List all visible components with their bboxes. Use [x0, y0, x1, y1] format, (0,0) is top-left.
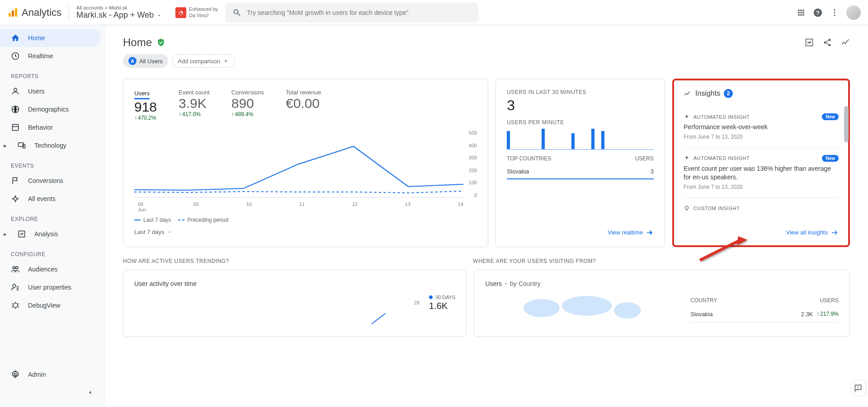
nav-realtime[interactable]: Realtime: [0, 47, 101, 65]
account-path: All accounts > Marki.sk: [76, 5, 168, 10]
feedback-icon: [854, 384, 863, 393]
svg-point-15: [13, 267, 15, 269]
nav-behavior[interactable]: Behavior: [0, 118, 101, 136]
metric-event-count[interactable]: Event count 3.9K ↑417.0%: [179, 89, 210, 121]
arrow-right-icon: [830, 229, 839, 237]
users-per-minute-chart: [507, 127, 654, 150]
nav-technology[interactable]: ▸ Technology: [0, 136, 101, 154]
section-header: HOW ARE ACTIVE USERS TRENDING?: [123, 258, 466, 264]
user-activity-card: User activity over time 2K 30 DAYS 1.6K: [123, 270, 467, 337]
caret-down-icon: [156, 13, 162, 18]
world-map: [485, 295, 679, 322]
nav-home[interactable]: Home: [0, 29, 101, 47]
svg-point-33: [858, 388, 859, 389]
insights-spark-icon[interactable]: [841, 38, 850, 47]
topbar-actions: ?: [797, 5, 861, 20]
collapse-sidebar[interactable]: [0, 384, 104, 403]
user-avatar[interactable]: [846, 5, 861, 20]
verified-shield-icon: [156, 37, 165, 48]
nav-debugview[interactable]: DebugView: [0, 296, 101, 314]
flag-icon: [11, 176, 20, 185]
bulb-icon: [684, 205, 690, 211]
insights-count-badge: 2: [724, 89, 733, 98]
section-explore: EXPLORE: [0, 208, 104, 225]
section-events: EVENTS: [0, 154, 104, 172]
svg-text:?: ?: [816, 9, 820, 16]
insight-item[interactable]: AUTOMATED INSIGHT New Event count per us…: [684, 148, 839, 198]
brand-title: Analytics: [22, 7, 61, 19]
account-selector[interactable]: All accounts > Marki.sk Marki.sk - App +…: [69, 5, 168, 20]
sidebar: Home Realtime REPORTS Users Demographics…: [0, 25, 105, 407]
svg-point-22: [824, 42, 826, 44]
svg-marker-28: [737, 236, 747, 245]
nav-conversions[interactable]: Conversions: [0, 172, 101, 190]
spark-icon: [11, 194, 20, 203]
extension-badge[interactable]: ◔ Enhanced by Da Vinci!: [175, 6, 218, 18]
svg-point-16: [16, 267, 18, 269]
brand[interactable]: Analytics: [7, 7, 61, 19]
user-props-icon: [11, 283, 20, 292]
user-icon: [11, 87, 20, 96]
metric-conversions[interactable]: Conversions 890 ↑489.4%: [231, 89, 264, 121]
nav-all-events[interactable]: All events: [0, 190, 101, 208]
view-all-insights-link[interactable]: View all insights: [684, 221, 839, 237]
nav-users[interactable]: Users: [0, 82, 101, 100]
svg-rect-1: [12, 10, 14, 17]
nav-audiences[interactable]: Audiences: [0, 260, 101, 278]
svg-point-24: [848, 39, 849, 41]
scrollbar[interactable]: [844, 106, 849, 142]
search-input[interactable]: [247, 9, 471, 16]
help-icon[interactable]: ?: [813, 8, 823, 18]
share-icon[interactable]: [823, 38, 832, 47]
arrow-right-icon: [646, 229, 654, 237]
svg-point-23: [829, 44, 831, 46]
nav-admin[interactable]: Admin: [0, 365, 101, 384]
feedback-button[interactable]: [850, 380, 866, 396]
insight-item[interactable]: AUTOMATED INSIGHT New Performance week-o…: [684, 106, 839, 148]
behavior-icon: [11, 123, 20, 132]
line-chart-svg: [134, 130, 463, 198]
analytics-logo-icon: [7, 7, 18, 18]
caret-down-icon: [167, 230, 172, 234]
svg-line-27: [700, 240, 741, 260]
view-realtime-link[interactable]: View realtime: [507, 221, 654, 237]
chip-all-users[interactable]: A All Users: [123, 54, 168, 68]
insight-item[interactable]: CUSTOM INSIGHT: [684, 198, 839, 221]
metric-dropdown[interactable]: Users: [485, 280, 508, 287]
analysis-icon: [17, 229, 26, 239]
geo-card: Users by Country COUNTRYUSERS Slovakia 2…: [474, 270, 850, 337]
more-vert-icon[interactable]: [830, 8, 839, 17]
svg-point-19: [14, 374, 17, 376]
arrow-up-icon: ↑: [134, 115, 137, 121]
date-range-dropdown[interactable]: Last 7 days: [134, 229, 477, 235]
apps-icon[interactable]: [797, 8, 806, 17]
svg-point-31: [614, 302, 641, 318]
svg-point-7: [834, 14, 835, 16]
customize-icon[interactable]: [805, 38, 814, 47]
chevron-right-icon: ▸: [4, 230, 9, 238]
table-row[interactable]: Slovakia 2.3K↑217.9%: [690, 306, 839, 323]
device-icon: [17, 141, 26, 150]
chip-add-comparison[interactable]: Add comparison ＋: [172, 54, 235, 68]
nav-analysis[interactable]: ▸ Analysis: [0, 225, 101, 243]
svg-point-21: [829, 39, 831, 41]
chip-badge: A: [128, 57, 137, 65]
nav-user-properties[interactable]: User properties: [0, 278, 101, 296]
svg-point-26: [685, 206, 689, 209]
arrow-up-icon: ↑: [816, 311, 819, 317]
arrow-up-icon: ↑: [179, 111, 181, 117]
main-content: Home A All Users Add comparison ＋: [105, 25, 868, 407]
chevron-left-icon: [86, 389, 94, 396]
line-chart: 500 400 300 200 100 0 08 Jun 09: [134, 130, 477, 211]
new-badge: New: [822, 155, 839, 162]
metric-users[interactable]: Users 918 ↑470.2%: [134, 89, 157, 121]
new-badge: New: [822, 113, 839, 120]
home-icon: [11, 33, 20, 42]
bug-icon: [11, 301, 20, 310]
search-bar[interactable]: [225, 3, 478, 23]
nav-demographics[interactable]: Demographics: [0, 100, 101, 118]
svg-rect-11: [12, 124, 18, 130]
svg-point-29: [524, 299, 560, 317]
section-header: WHERE ARE YOUR USERS VISITING FROM?: [473, 258, 850, 264]
metric-revenue[interactable]: Total revenue €0.00: [286, 89, 321, 121]
